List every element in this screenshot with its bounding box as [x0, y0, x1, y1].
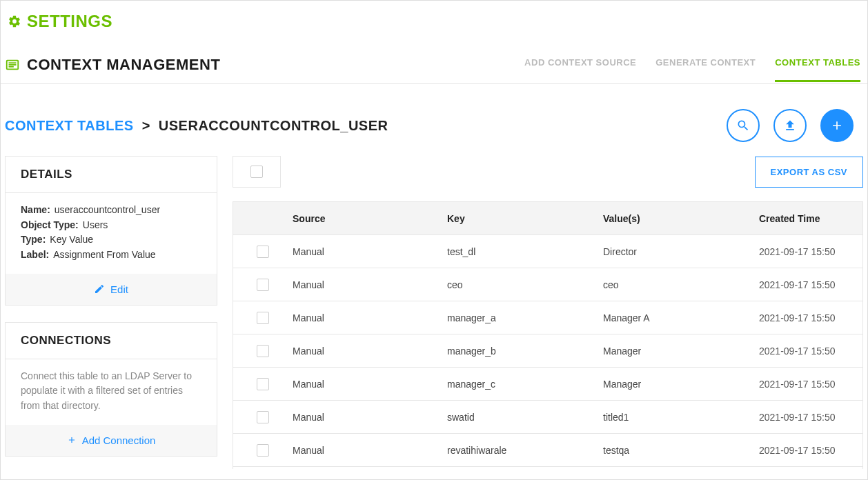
cell-source: Manual: [293, 445, 447, 456]
table-toolbar: Export as CSV: [233, 156, 863, 188]
table-row: Manualtest_dlDirector2021-09-17 15:50: [233, 235, 862, 268]
row-checkbox[interactable]: [257, 444, 269, 457]
cell-created: 2021-09-17 15:50: [759, 445, 862, 456]
page-title-header: Settings: [1, 1, 867, 35]
section-header: Context Management Add Context SourceGen…: [1, 35, 867, 84]
cell-key: swatid: [447, 412, 603, 423]
row-checkbox[interactable]: [257, 378, 269, 390]
table-row: Manualmanager_cManager2021-09-17 15:50: [233, 368, 862, 401]
cell-value: testqa: [603, 445, 759, 456]
detail-type-label: Type:: [21, 232, 46, 248]
cell-key: ceo: [447, 279, 603, 290]
detail-name: Name: useraccountcontrol_user: [21, 203, 201, 218]
cell-created: 2021-09-17 15:50: [759, 379, 862, 390]
breadcrumb-current: useraccountcontrol_user: [159, 118, 388, 134]
detail-object-type-label: Object Type:: [21, 218, 79, 233]
table-row: Manualswatidtitled12021-09-17 15:50: [233, 401, 862, 434]
cell-key: manager_c: [447, 379, 603, 390]
table-row: Manualceoceo2021-09-17 15:50: [233, 268, 862, 301]
cell-created: 2021-09-17 15:50: [759, 412, 862, 423]
header-key: Key: [447, 213, 603, 224]
details-card: Details Name: useraccountcontrol_user Ob…: [5, 156, 217, 306]
cell-key: revatihiwarale: [447, 445, 603, 456]
edit-button[interactable]: Edit: [6, 274, 217, 305]
breadcrumb-link[interactable]: Context Tables: [5, 118, 134, 134]
header-created: Created Time: [759, 213, 862, 224]
cell-value: Director: [603, 246, 759, 257]
connections-description: Connect this table to an LDAP Server to …: [21, 369, 201, 414]
cell-value: Manager: [603, 379, 759, 390]
detail-name-value: useraccountcontrol_user: [55, 203, 160, 218]
breadcrumb-separator: >: [142, 118, 150, 134]
page-title: Settings: [27, 12, 112, 31]
cell-source: Manual: [293, 346, 447, 357]
action-buttons: [727, 109, 854, 142]
row-checkbox[interactable]: [257, 279, 269, 291]
cell-source: Manual: [293, 412, 447, 423]
detail-name-label: Name:: [21, 203, 50, 218]
add-connection-label: Add Connection: [82, 434, 156, 446]
search-icon: [736, 119, 750, 132]
connections-card: Connections Connect this table to an LDA…: [5, 322, 217, 457]
detail-label-label: Label:: [21, 248, 49, 263]
section-title: Context Management: [27, 56, 220, 74]
row-checkbox[interactable]: [257, 312, 269, 324]
sidebar: Details Name: useraccountcontrol_user Ob…: [5, 156, 217, 469]
detail-label: Label: Assignment From Value: [21, 248, 201, 263]
connections-heading: Connections: [6, 323, 217, 359]
cell-key: manager_b: [447, 346, 603, 357]
cell-value: Manager: [603, 346, 759, 357]
cell-created: 2021-09-17 15:50: [759, 312, 862, 323]
plus-icon: [830, 119, 844, 132]
master-checkbox-container: [233, 156, 281, 188]
detail-type-value: Key Value: [50, 232, 93, 248]
export-csv-button[interactable]: Export as CSV: [755, 157, 863, 188]
cell-key: test_dl: [447, 246, 603, 257]
add-button[interactable]: [820, 109, 854, 142]
detail-object-type: Object Type: Users: [21, 218, 201, 233]
cell-created: 2021-09-17 15:50: [759, 346, 862, 357]
detail-object-type-value: Users: [83, 218, 108, 233]
edit-icon: [94, 283, 105, 294]
search-button[interactable]: [727, 109, 760, 142]
upload-button[interactable]: [773, 109, 807, 142]
table-row: Manualrevatihiwaraletestqa2021-09-17 15:…: [233, 434, 862, 467]
breadcrumb: Context Tables > useraccountcontrol_user: [5, 118, 388, 134]
cell-source: Manual: [293, 379, 447, 390]
row-checkbox[interactable]: [257, 246, 269, 258]
table-row: Manualmanager_aManager A2021-09-17 15:50: [233, 301, 862, 334]
cell-source: Manual: [293, 312, 447, 323]
header-value: Value(s): [603, 213, 759, 224]
edit-label: Edit: [110, 283, 128, 295]
context-icon: [5, 57, 20, 72]
data-table: Source Key Value(s) Created Time Manualt…: [233, 201, 863, 469]
cell-source: Manual: [293, 279, 447, 290]
detail-type: Type: Key Value: [21, 232, 201, 248]
row-checkbox[interactable]: [257, 411, 269, 423]
cell-created: 2021-09-17 15:50: [759, 279, 862, 290]
row-checkbox[interactable]: [257, 345, 269, 357]
table-row: Manualmanager_bManager2021-09-17 15:50: [233, 334, 862, 368]
table-header-row: Source Key Value(s) Created Time: [233, 202, 862, 235]
tab-add-context-source[interactable]: Add Context Source: [524, 57, 636, 82]
header-source: Source: [293, 213, 447, 224]
cell-value: titled1: [603, 412, 759, 423]
gear-icon: [8, 14, 21, 28]
plus-icon: [67, 435, 77, 445]
main-area: Details Name: useraccountcontrol_user Ob…: [1, 149, 867, 469]
details-heading: Details: [6, 157, 217, 193]
tab-generate-context[interactable]: Generate Context: [655, 57, 756, 82]
content-area: Export as CSV Source Key Value(s) Create…: [233, 156, 863, 469]
page-bar: Context Tables > useraccountcontrol_user: [1, 84, 867, 149]
detail-label-value: Assignment From Value: [53, 248, 155, 263]
tab-context-tables[interactable]: Context Tables: [775, 57, 860, 82]
cell-value: Manager A: [603, 312, 759, 323]
table-row: ManualTest5user_new2021-09-17 15:50: [233, 467, 862, 469]
add-connection-button[interactable]: Add Connection: [6, 425, 217, 456]
select-all-checkbox[interactable]: [250, 166, 263, 178]
cell-value: ceo: [603, 279, 759, 290]
upload-icon: [783, 119, 797, 132]
section-tabs: Add Context SourceGenerate ContextContex…: [524, 57, 860, 82]
cell-key: manager_a: [447, 312, 603, 323]
cell-created: 2021-09-17 15:50: [759, 246, 862, 257]
